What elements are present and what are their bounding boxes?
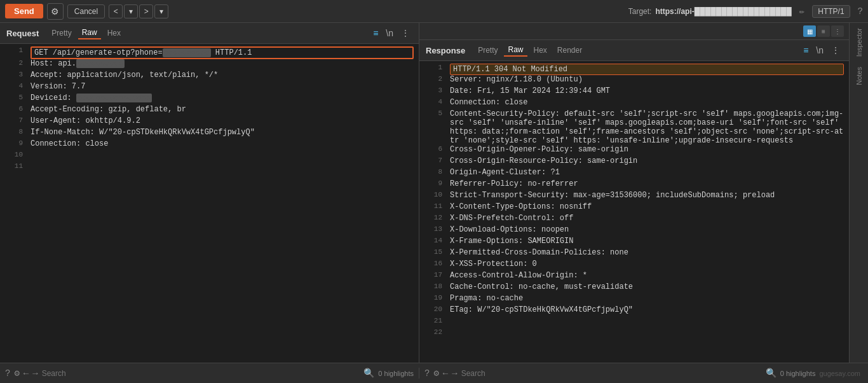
prev-button[interactable]: <	[109, 4, 123, 18]
line-content: If-None-Match: W/"20-cpSTDkeHkQRkVwX4tGP…	[31, 128, 414, 139]
line-number: 14	[424, 237, 442, 248]
line-content: Content-Security-Policy: default-src 'se…	[450, 109, 844, 145]
search-icon-right: 🔍	[766, 368, 776, 379]
table-row: 3Date: Fri, 15 Mar 2024 12:39:44 GMT	[419, 87, 849, 98]
line-number: 20	[424, 305, 442, 317]
forward-arrow[interactable]: →	[32, 368, 37, 379]
line-content: Connection: close	[450, 98, 844, 109]
line-number: 9	[424, 179, 442, 191]
table-row: 2Host: api.●●●●●●●●●●	[0, 59, 419, 71]
table-row: 22	[419, 328, 849, 340]
help-bottom-icon[interactable]: ?	[5, 368, 10, 379]
tab-resp-raw[interactable]: Raw	[504, 44, 527, 57]
line-number: 11	[424, 202, 442, 214]
line-number: 15	[424, 248, 442, 260]
table-row: 4Version: 7.7	[0, 82, 419, 94]
grid-view-button[interactable]: ▦	[803, 25, 816, 37]
request-title: Request	[6, 29, 39, 38]
line-number: 18	[424, 282, 442, 294]
view-icons: ▦ ≡ ⋮	[803, 25, 844, 37]
next-dropdown-button[interactable]: ▾	[154, 4, 168, 18]
settings-bottom-right-icon[interactable]: ⚙	[433, 368, 438, 379]
response-code-area[interactable]: 1HTTP/1.1 304 Not Modified2Server: nginx…	[419, 61, 849, 363]
line-number: 22	[424, 328, 442, 340]
nav-group: < ▾ > ▾	[109, 4, 168, 18]
http-version-selector[interactable]: HTTP/1	[812, 5, 850, 18]
tab-resp-render[interactable]: Render	[553, 45, 586, 56]
help-bottom-right-icon[interactable]: ?	[424, 368, 430, 379]
line-content: ETag: W/"20-cpSTDkeHkQRkVwX4tGPcfjpwlyQ"	[450, 305, 844, 317]
menu-icon[interactable]: ⋮	[398, 27, 412, 39]
table-row: 9Referrer-Policy: no-referrer	[419, 179, 849, 191]
table-row: 15X-Permitted-Cross-Domain-Policies: non…	[419, 248, 849, 260]
table-row: 4Connection: close	[419, 98, 849, 109]
cancel-button[interactable]: Cancel	[67, 4, 105, 18]
main-area: Request Pretty Raw Hex ≡ \n ⋮ 1GET /api/…	[0, 23, 868, 363]
resp-menu-icon[interactable]: ⋮	[829, 44, 843, 57]
line-content: Accept-Encoding: gzip, deflate, br	[31, 105, 414, 116]
edit-icon[interactable]: ✏	[799, 6, 804, 17]
top-toolbar: Send ⚙ Cancel < ▾ > ▾ Target: https://ap…	[0, 0, 868, 23]
tab-raw[interactable]: Raw	[78, 27, 101, 39]
back-arrow-right[interactable]: ←	[443, 368, 448, 379]
redacted-host: ●●●●●●●●●●	[76, 59, 125, 68]
settings-bottom-icon[interactable]: ⚙	[14, 368, 19, 379]
request-panel: Request Pretty Raw Hex ≡ \n ⋮ 1GET /api/…	[0, 23, 419, 363]
table-row: 9Connection: close	[0, 139, 419, 151]
line-content: Version: 7.7	[31, 82, 414, 94]
line-number: 10	[5, 151, 23, 162]
prev-dropdown-button[interactable]: ▾	[124, 4, 138, 18]
line-number: 10	[424, 191, 442, 202]
tab-resp-hex[interactable]: Hex	[530, 45, 551, 56]
line-content	[450, 317, 844, 328]
line-number: 5	[424, 109, 442, 145]
resp-wrap-icon[interactable]: \n	[813, 44, 826, 57]
back-arrow[interactable]: ←	[24, 368, 29, 379]
table-row: 5Content-Security-Policy: default-src 's…	[419, 109, 849, 145]
table-row: 6Accept-Encoding: gzip, deflate, br	[0, 105, 419, 116]
notes-label[interactable]: Notes	[855, 67, 863, 85]
line-number: 6	[424, 145, 442, 157]
search-input-left[interactable]	[42, 369, 360, 378]
line-content: X-Content-Type-Options: nosniff	[450, 202, 844, 214]
compact-view-button[interactable]: ⋮	[831, 25, 844, 37]
line-number: 3	[424, 87, 442, 98]
table-row: 2Server: nginx/1.18.0 (Ubuntu)	[419, 75, 849, 87]
forward-arrow-right[interactable]: →	[452, 368, 457, 379]
tab-pretty[interactable]: Pretty	[48, 27, 75, 39]
request-panel-header: Request Pretty Raw Hex ≡ \n ⋮	[0, 23, 419, 44]
table-row: 7Cross-Origin-Resource-Policy: same-orig…	[419, 157, 849, 168]
line-number: 8	[424, 168, 442, 179]
request-code-area[interactable]: 1GET /api/generate-otp?phone=●●●●●●●●●● …	[0, 44, 419, 363]
target-label: Target:	[628, 7, 652, 16]
line-content: GET /api/generate-otp?phone=●●●●●●●●●● H…	[31, 46, 414, 59]
line-number: 6	[5, 105, 23, 116]
line-number: 8	[5, 128, 23, 139]
tab-hex[interactable]: Hex	[104, 27, 125, 39]
list-view-button[interactable]: ≡	[817, 25, 830, 37]
line-number: 2	[424, 75, 442, 87]
tab-resp-pretty[interactable]: Pretty	[474, 45, 501, 56]
wrap-icon[interactable]: \n	[383, 27, 396, 39]
highlights-badge-left: 0 highlights	[378, 370, 414, 377]
resp-text-view-icon[interactable]: ≡	[801, 44, 811, 57]
next-button[interactable]: >	[139, 4, 153, 18]
search-input-right[interactable]	[461, 369, 762, 378]
line-number: 4	[5, 82, 23, 94]
dropdown-icon: ▾	[159, 7, 163, 16]
table-row: 8If-None-Match: W/"20-cpSTDkeHkQRkVwX4tG…	[0, 128, 419, 139]
line-content	[31, 151, 414, 162]
text-view-icon[interactable]: ≡	[370, 27, 381, 39]
line-content: Origin-Agent-Cluster: ?1	[450, 168, 844, 179]
response-content: ▦ ≡ ⋮ Response Pretty Raw Hex Render ≡ \…	[419, 23, 849, 363]
line-content: Strict-Transport-Security: max-age=31536…	[450, 191, 844, 202]
settings-button[interactable]: ⚙	[47, 3, 64, 20]
line-number: 5	[5, 94, 23, 105]
send-button[interactable]: Send	[5, 4, 43, 18]
inspector-label[interactable]: Inspector	[855, 28, 863, 57]
line-number: 7	[424, 157, 442, 168]
search-icon-left: 🔍	[363, 368, 374, 379]
help-icon[interactable]: ?	[858, 6, 863, 17]
table-row: 12X-DNS-Prefetch-Control: off	[419, 214, 849, 225]
line-number: 2	[5, 59, 23, 71]
